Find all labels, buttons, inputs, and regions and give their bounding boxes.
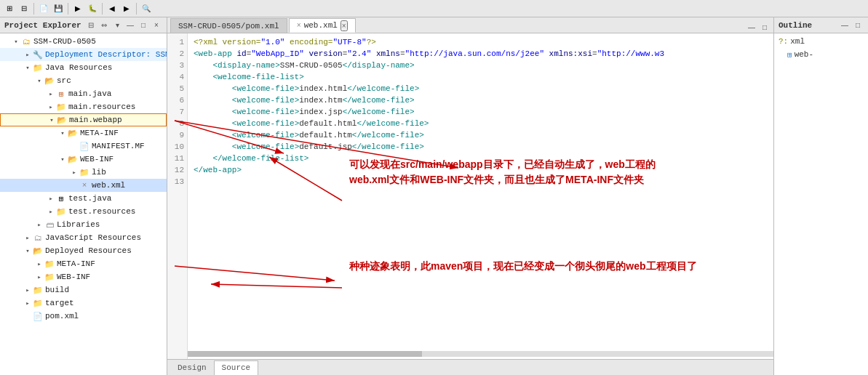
xml-icon: × (79, 180, 90, 191)
arrow: ▸ (35, 273, 44, 281)
arrow: ▸ (70, 169, 79, 177)
tree-item-java-resources[interactable]: ▾ 📁 Java Resources (0, 61, 167, 74)
tree-item-main-resources[interactable]: ▸ 📁 main.resources (0, 100, 167, 113)
panel-min-btn[interactable]: — (124, 20, 136, 31)
outline-xml-label: ?: (779, 37, 788, 46)
project-icon: 🗂 (20, 36, 32, 47)
tree-item-js-resources[interactable]: ▸ 🗂 JavaScript Resources (0, 231, 167, 244)
tree-label: target (45, 299, 74, 307)
toolbar-sep-3 (102, 3, 103, 15)
outline-max-btn[interactable]: □ (852, 20, 864, 31)
outline-xml-text: xml (790, 37, 805, 46)
tree-label: build (45, 286, 69, 294)
arrow: ▸ (47, 90, 55, 98)
toolbar-btn-back[interactable]: ◀ (105, 2, 119, 15)
toolbar-btn-1[interactable]: ⊞ (3, 2, 16, 15)
toolbar-btn-search[interactable]: 🔍 (140, 2, 153, 15)
toolbar-btn-fwd[interactable]: ▶ (120, 2, 133, 15)
outline-header: Outline — □ (774, 17, 868, 33)
arrow: ▸ (23, 51, 32, 59)
panel-max-btn[interactable]: □ (138, 20, 149, 31)
main-toolbar: ⊞ ⊟ 📄 💾 ▶ 🐛 ◀ ▶ 🔍 (0, 0, 868, 17)
tab-design[interactable]: Design (170, 360, 214, 375)
folder-icon: 📁 (44, 271, 55, 283)
tree-item-build[interactable]: ▸ 📁 build (0, 283, 167, 297)
webapp-icon: 📂 (56, 114, 68, 126)
toolbar-btn-debug[interactable]: 🐛 (86, 2, 99, 15)
arrow: ▾ (58, 156, 67, 164)
arrow: ▸ (47, 103, 55, 111)
tree-label: WEB-INF (57, 273, 90, 281)
outline-item-xml[interactable]: ?: xml (774, 35, 868, 48)
toolbar-sep-1 (33, 3, 34, 15)
tree-label: main.java (68, 89, 111, 98)
package-icon: ⊞ (55, 88, 67, 100)
tree-item-libraries[interactable]: ▸ 🗃 Libraries (0, 218, 167, 231)
code-view: 12345678910111213 <?xml version="1.0" en… (167, 33, 773, 359)
tree-item-ssm-crud[interactable]: ▾ 🗂 SSM-CRUD-0505 (0, 35, 167, 48)
tree-item-manifest[interactable]: 📄 MANIFEST.MF (0, 140, 167, 153)
tree-label: Java Resources (45, 63, 112, 72)
panel-menu-btn[interactable]: ▾ (111, 20, 123, 31)
collapse-all-btn[interactable]: ⊟ (85, 20, 97, 31)
tree-label: src (57, 76, 71, 85)
test-res-icon: 📁 (55, 206, 67, 217)
outline-title: Outline (779, 21, 812, 30)
tree-item-meta-inf[interactable]: ▾ 📂 META-INF (0, 126, 167, 140)
tree-item-src[interactable]: ▾ 📂 src (0, 74, 167, 87)
project-explorer-title: Project Explorer (4, 21, 81, 30)
tab-pom-xml[interactable]: SSM-CRUD-0505/pom.xml (170, 18, 287, 33)
editor-max-btn[interactable]: □ (759, 21, 771, 33)
tree-label: pom.xml (45, 312, 79, 320)
tree-item-dep-web-inf[interactable]: ▸ 📁 WEB-INF (0, 270, 167, 283)
tree-label: JavaScript Resources (45, 233, 141, 242)
tab-close-btn[interactable]: × (341, 20, 348, 31)
editor-panel: SSM-CRUD-0505/pom.xml × web.xml × — □ 12… (167, 17, 773, 375)
tab-web-xml[interactable]: × web.xml × (289, 18, 356, 33)
arrow: ▸ (23, 286, 32, 294)
tree-label: test.java (68, 194, 111, 203)
tree-item-web-xml[interactable]: × web.xml (0, 179, 167, 192)
arrow: ▸ (23, 299, 32, 307)
outline-icon-group: — □ (839, 20, 864, 31)
panel-close-btn[interactable]: × (151, 20, 162, 31)
java-res-icon: 📁 (32, 62, 44, 73)
arrow: ▾ (47, 116, 56, 124)
tree-item-dep-meta-inf[interactable]: ▸ 📁 META-INF (0, 257, 167, 270)
tab-web-label: web.xml (304, 21, 338, 30)
toolbar-btn-run[interactable]: ▶ (71, 2, 84, 15)
line-numbers: 12345678910111213 (167, 33, 188, 359)
arrow: ▾ (35, 77, 44, 85)
tree-label: MANIFEST.MF (92, 142, 145, 150)
main-layout: Project Explorer ⊟ ⇔ ▾ — □ × ▾ 🗂 SSM-CRU… (0, 17, 868, 375)
tree-item-test-java[interactable]: ▸ ⊞ test.java (0, 192, 167, 205)
tree-label: WEB-INF (80, 155, 114, 164)
horizontal-scrollbar[interactable] (188, 351, 773, 357)
outline-item-webapp[interactable]: ⊞ web- (774, 48, 868, 61)
tree-item-lib[interactable]: ▸ 📁 lib (0, 166, 167, 179)
tree-item-test-resources[interactable]: ▸ 📁 test.resources (0, 205, 167, 218)
tree-label: main.webapp (69, 116, 122, 124)
tree-item-web-inf[interactable]: ▾ 📂 WEB-INF (0, 153, 167, 166)
toolbar-btn-new[interactable]: 📄 (37, 2, 50, 15)
outline-tree: ?: xml ⊞ web- (774, 33, 868, 375)
project-explorer-panel: Project Explorer ⊟ ⇔ ▾ — □ × ▾ 🗂 SSM-CRU… (0, 17, 167, 375)
target-icon: 📁 (32, 297, 44, 309)
tree-item-target[interactable]: ▸ 📁 target (0, 297, 167, 310)
res-icon: 📁 (55, 101, 67, 113)
tree-item-deployment[interactable]: ▸ 🔧 Deployment Descriptor: SSM-CRUD-0505 (0, 48, 167, 61)
arrow: ▸ (47, 195, 55, 203)
tab-source[interactable]: Source (214, 360, 259, 375)
toolbar-btn-save[interactable]: 💾 (52, 2, 65, 15)
code-content[interactable]: <?xml version="1.0" encoding="UTF-8"?> <… (188, 33, 773, 359)
outline-min-btn[interactable]: — (839, 20, 851, 31)
tree-item-pom-xml[interactable]: 📄 pom.xml (0, 310, 167, 323)
tree-label: lib (92, 168, 106, 177)
editor-min-btn[interactable]: — (746, 21, 757, 33)
link-editor-btn[interactable]: ⇔ (98, 20, 110, 31)
tree-item-deployed-resources[interactable]: ▾ 📂 Deployed Resources (0, 244, 167, 257)
arrow: ▾ (23, 64, 32, 72)
tree-item-main-webapp[interactable]: ▾ 📂 main.webapp (0, 113, 167, 126)
tree-item-main-java[interactable]: ▸ ⊞ main.java (0, 87, 167, 100)
toolbar-btn-2[interactable]: ⊟ (17, 2, 31, 15)
